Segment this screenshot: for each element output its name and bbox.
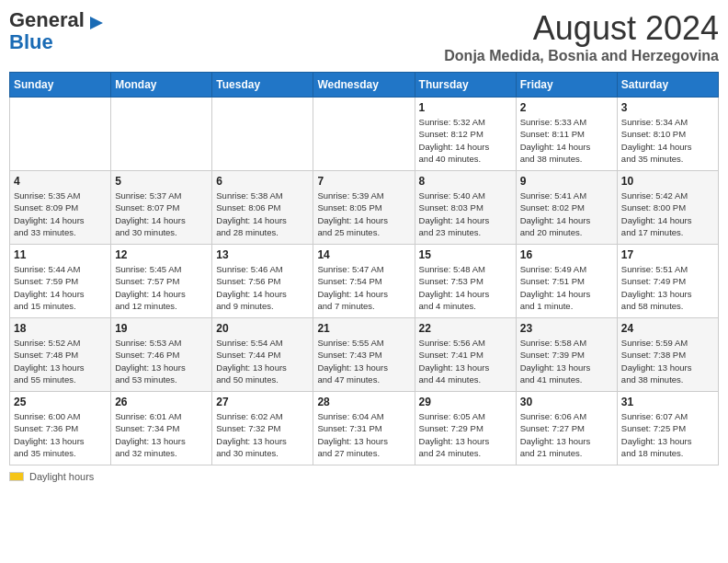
logo-text: General Blue xyxy=(9,9,85,53)
day-info: Sunrise: 5:45 AMSunset: 7:57 PMDaylight:… xyxy=(115,263,208,312)
day-info: Sunrise: 5:41 AMSunset: 8:02 PMDaylight:… xyxy=(520,190,613,238)
calendar-header-friday: Friday xyxy=(516,73,617,98)
location-title: Donja Medida, Bosnia and Herzegovina xyxy=(444,48,719,64)
calendar-week-row: 18Sunrise: 5:52 AMSunset: 7:48 PMDayligh… xyxy=(10,318,719,392)
day-number: 18 xyxy=(14,322,107,335)
day-info: Sunrise: 5:56 AMSunset: 7:41 PMDaylight:… xyxy=(419,337,512,385)
calendar-cell: 1Sunrise: 5:32 AMSunset: 8:12 PMDaylight… xyxy=(415,98,516,171)
day-info: Sunrise: 5:42 AMSunset: 8:00 PMDaylight:… xyxy=(621,190,714,238)
logo-arrow-icon xyxy=(88,15,105,31)
day-number: 24 xyxy=(621,322,714,335)
calendar-cell: 26Sunrise: 6:01 AMSunset: 7:34 PMDayligh… xyxy=(111,392,212,465)
calendar-header-tuesday: Tuesday xyxy=(212,73,313,98)
day-info: Sunrise: 5:59 AMSunset: 7:38 PMDaylight:… xyxy=(621,337,714,385)
day-number: 30 xyxy=(520,396,613,408)
day-number: 23 xyxy=(520,322,613,335)
calendar-cell: 4Sunrise: 5:35 AMSunset: 8:09 PMDaylight… xyxy=(10,171,111,245)
calendar-cell: 24Sunrise: 5:59 AMSunset: 7:38 PMDayligh… xyxy=(617,318,718,392)
logo-blue: Blue xyxy=(9,30,53,53)
day-number: 2 xyxy=(520,101,613,114)
day-number: 27 xyxy=(216,396,309,408)
day-info: Sunrise: 5:38 AMSunset: 8:06 PMDaylight:… xyxy=(216,190,309,238)
calendar-cell: 23Sunrise: 5:58 AMSunset: 7:39 PMDayligh… xyxy=(516,318,617,392)
calendar-week-row: 11Sunrise: 5:44 AMSunset: 7:59 PMDayligh… xyxy=(10,245,719,318)
day-info: Sunrise: 5:52 AMSunset: 7:48 PMDaylight:… xyxy=(14,337,107,385)
day-info: Sunrise: 5:35 AMSunset: 8:09 PMDaylight:… xyxy=(14,190,107,238)
calendar-week-row: 25Sunrise: 6:00 AMSunset: 7:36 PMDayligh… xyxy=(10,392,719,465)
title-area: August 2024 Donja Medida, Bosnia and Her… xyxy=(444,9,719,64)
calendar-cell: 13Sunrise: 5:46 AMSunset: 7:56 PMDayligh… xyxy=(212,245,313,318)
day-number: 17 xyxy=(621,248,714,261)
calendar-cell: 22Sunrise: 5:56 AMSunset: 7:41 PMDayligh… xyxy=(415,318,516,392)
day-number: 3 xyxy=(621,101,714,114)
calendar-cell: 19Sunrise: 5:53 AMSunset: 7:46 PMDayligh… xyxy=(111,318,212,392)
calendar-cell: 21Sunrise: 5:55 AMSunset: 7:43 PMDayligh… xyxy=(313,318,415,392)
day-info: Sunrise: 6:07 AMSunset: 7:25 PMDaylight:… xyxy=(621,410,714,459)
day-number: 1 xyxy=(419,101,512,114)
calendar-cell: 17Sunrise: 5:51 AMSunset: 7:49 PMDayligh… xyxy=(617,245,718,318)
logo-general: General xyxy=(9,8,85,31)
day-number: 7 xyxy=(317,175,410,188)
daylight-label: Daylight hours xyxy=(29,471,94,482)
day-info: Sunrise: 5:51 AMSunset: 7:49 PMDaylight:… xyxy=(621,263,714,312)
day-number: 13 xyxy=(216,248,309,261)
calendar-week-row: 4Sunrise: 5:35 AMSunset: 8:09 PMDaylight… xyxy=(10,171,719,245)
day-info: Sunrise: 5:33 AMSunset: 8:11 PMDaylight:… xyxy=(520,116,613,165)
day-info: Sunrise: 5:40 AMSunset: 8:03 PMDaylight:… xyxy=(419,190,512,238)
calendar-cell xyxy=(313,98,415,171)
calendar-cell: 20Sunrise: 5:54 AMSunset: 7:44 PMDayligh… xyxy=(212,318,313,392)
day-number: 14 xyxy=(317,248,410,261)
day-number: 22 xyxy=(419,322,512,335)
calendar-cell: 18Sunrise: 5:52 AMSunset: 7:48 PMDayligh… xyxy=(10,318,111,392)
calendar-cell: 2Sunrise: 5:33 AMSunset: 8:11 PMDaylight… xyxy=(516,98,617,171)
calendar-table: SundayMondayTuesdayWednesdayThursdayFrid… xyxy=(9,72,719,465)
daylight-bar-icon xyxy=(9,472,24,481)
calendar-cell xyxy=(10,98,111,171)
day-info: Sunrise: 5:53 AMSunset: 7:46 PMDaylight:… xyxy=(115,337,208,385)
calendar-cell: 14Sunrise: 5:47 AMSunset: 7:54 PMDayligh… xyxy=(313,245,415,318)
calendar-cell: 27Sunrise: 6:02 AMSunset: 7:32 PMDayligh… xyxy=(212,392,313,465)
day-info: Sunrise: 6:01 AMSunset: 7:34 PMDaylight:… xyxy=(115,410,208,459)
day-number: 9 xyxy=(520,175,613,188)
day-info: Sunrise: 6:04 AMSunset: 7:31 PMDaylight:… xyxy=(317,410,410,459)
calendar-cell: 29Sunrise: 6:05 AMSunset: 7:29 PMDayligh… xyxy=(415,392,516,465)
calendar-cell: 25Sunrise: 6:00 AMSunset: 7:36 PMDayligh… xyxy=(10,392,111,465)
day-number: 5 xyxy=(115,175,208,188)
calendar-week-row: 1Sunrise: 5:32 AMSunset: 8:12 PMDaylight… xyxy=(10,98,719,171)
calendar-cell: 9Sunrise: 5:41 AMSunset: 8:02 PMDaylight… xyxy=(516,171,617,245)
day-info: Sunrise: 5:54 AMSunset: 7:44 PMDaylight:… xyxy=(216,337,309,385)
calendar-header-sunday: Sunday xyxy=(10,73,111,98)
calendar-cell: 15Sunrise: 5:48 AMSunset: 7:53 PMDayligh… xyxy=(415,245,516,318)
day-info: Sunrise: 5:34 AMSunset: 8:10 PMDaylight:… xyxy=(621,116,714,165)
day-number: 25 xyxy=(14,396,107,408)
day-number: 28 xyxy=(317,396,410,408)
day-number: 16 xyxy=(520,248,613,261)
day-info: Sunrise: 5:48 AMSunset: 7:53 PMDaylight:… xyxy=(419,263,512,312)
page-header: General Blue August 2024 Donja Medida, B… xyxy=(9,9,719,64)
day-number: 15 xyxy=(419,248,512,261)
day-info: Sunrise: 6:06 AMSunset: 7:27 PMDaylight:… xyxy=(520,410,613,459)
day-number: 29 xyxy=(419,396,512,408)
day-info: Sunrise: 5:39 AMSunset: 8:05 PMDaylight:… xyxy=(317,190,410,238)
day-info: Sunrise: 5:47 AMSunset: 7:54 PMDaylight:… xyxy=(317,263,410,312)
calendar-header-row: SundayMondayTuesdayWednesdayThursdayFrid… xyxy=(10,73,719,98)
day-number: 20 xyxy=(216,322,309,335)
day-info: Sunrise: 5:44 AMSunset: 7:59 PMDaylight:… xyxy=(14,263,107,312)
day-info: Sunrise: 6:02 AMSunset: 7:32 PMDaylight:… xyxy=(216,410,309,459)
day-info: Sunrise: 5:49 AMSunset: 7:51 PMDaylight:… xyxy=(520,263,613,312)
day-info: Sunrise: 5:32 AMSunset: 8:12 PMDaylight:… xyxy=(419,116,512,165)
day-number: 21 xyxy=(317,322,410,335)
day-number: 8 xyxy=(419,175,512,188)
day-number: 6 xyxy=(216,175,309,188)
calendar-cell: 16Sunrise: 5:49 AMSunset: 7:51 PMDayligh… xyxy=(516,245,617,318)
day-number: 26 xyxy=(115,396,208,408)
day-info: Sunrise: 5:58 AMSunset: 7:39 PMDaylight:… xyxy=(520,337,613,385)
day-info: Sunrise: 6:00 AMSunset: 7:36 PMDaylight:… xyxy=(14,410,107,459)
calendar-header-wednesday: Wednesday xyxy=(313,73,415,98)
calendar-cell: 11Sunrise: 5:44 AMSunset: 7:59 PMDayligh… xyxy=(10,245,111,318)
logo: General Blue xyxy=(9,9,105,53)
calendar-cell: 5Sunrise: 5:37 AMSunset: 8:07 PMDaylight… xyxy=(111,171,212,245)
day-number: 19 xyxy=(115,322,208,335)
calendar-cell: 12Sunrise: 5:45 AMSunset: 7:57 PMDayligh… xyxy=(111,245,212,318)
calendar-cell: 30Sunrise: 6:06 AMSunset: 7:27 PMDayligh… xyxy=(516,392,617,465)
